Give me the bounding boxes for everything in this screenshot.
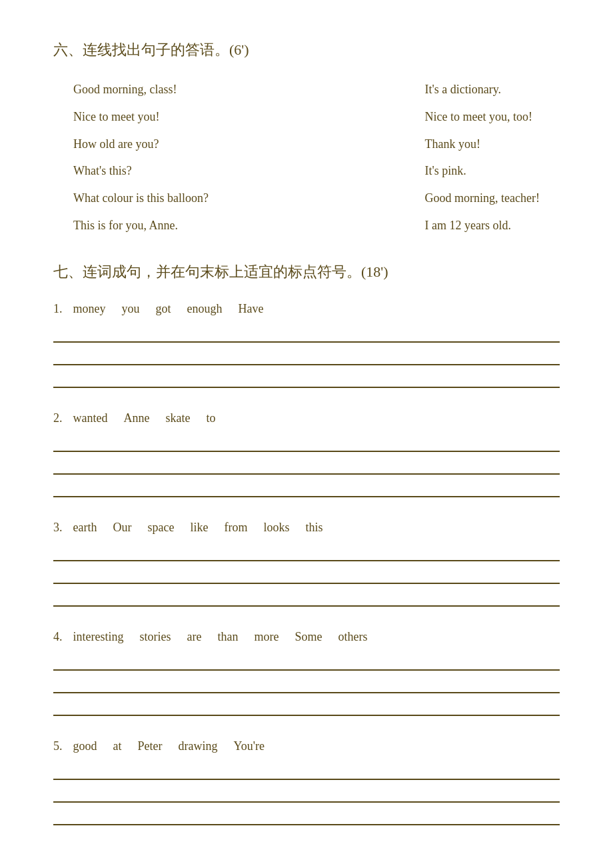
word-4-2: are	[187, 630, 201, 644]
word-4-6: others	[338, 630, 367, 644]
exercise-4: 4.interestingstoriesarethanmoreSomeother…	[53, 630, 560, 716]
match-left-item-4: What colour is this balloon?	[73, 189, 209, 208]
answer-line-3-2[interactable]	[53, 588, 560, 607]
word-3-1: Our	[113, 521, 131, 535]
answer-line-2-1[interactable]	[53, 456, 560, 475]
match-right-item-3: It's pink.	[425, 161, 540, 181]
match-left: Good morning, class!Nice to meet you!How…	[73, 80, 209, 235]
match-right-item-4: Good morning, teacher!	[425, 189, 540, 208]
answer-line-1-2[interactable]	[53, 369, 560, 388]
word-1-3: enough	[187, 302, 223, 316]
word-2-3: to	[206, 411, 215, 425]
match-left-item-5: This is for you, Anne.	[73, 216, 209, 235]
exercise-2: 2.wantedAnneskateto	[53, 411, 560, 497]
match-right: It's a dictionary.Nice to meet you, too!…	[425, 80, 540, 235]
exercise-number-3: 3.	[53, 521, 63, 535]
answer-lines-4	[53, 652, 560, 716]
answer-line-1-0[interactable]	[53, 324, 560, 343]
word-3-3: like	[190, 521, 208, 535]
answer-line-5-0[interactable]	[53, 761, 560, 780]
answer-line-2-0[interactable]	[53, 433, 560, 452]
word-5-1: at	[113, 739, 122, 753]
section7: 七、连词成句，并在句末标上适宜的标点符号。(18') 1.moneyyougot…	[53, 262, 560, 825]
answer-lines-1	[53, 324, 560, 388]
answer-line-3-0[interactable]	[53, 543, 560, 561]
words-row-2: 2.wantedAnneskateto	[53, 411, 560, 425]
word-5-3: drawing	[178, 739, 217, 753]
exercise-1: 1.moneyyougotenoughHave	[53, 302, 560, 388]
word-3-5: looks	[263, 521, 289, 535]
answer-lines-3	[53, 543, 560, 607]
exercises-container: 1.moneyyougotenoughHave2.wantedAnneskate…	[53, 302, 560, 825]
words-row-4: 4.interestingstoriesarethanmoreSomeother…	[53, 630, 560, 644]
match-right-item-0: It's a dictionary.	[425, 80, 540, 99]
section6-title: 六、连线找出句子的答语。(6')	[53, 40, 560, 60]
exercise-number-1: 1.	[53, 302, 63, 316]
word-1-2: got	[156, 302, 171, 316]
answer-line-2-2[interactable]	[53, 479, 560, 497]
word-1-1: you	[122, 302, 140, 316]
word-3-0: earth	[73, 521, 97, 535]
answer-lines-2	[53, 433, 560, 497]
word-5-2: Peter	[138, 739, 163, 753]
answer-line-4-1[interactable]	[53, 675, 560, 693]
exercise-number-2: 2.	[53, 411, 63, 425]
words-row-1: 1.moneyyougotenoughHave	[53, 302, 560, 316]
word-4-3: than	[217, 630, 238, 644]
word-4-5: Some	[295, 630, 322, 644]
word-2-0: wanted	[73, 411, 108, 425]
answer-line-4-0[interactable]	[53, 652, 560, 671]
word-4-0: interesting	[73, 630, 124, 644]
match-right-item-1: Nice to meet you, too!	[425, 107, 540, 127]
answer-line-3-1[interactable]	[53, 565, 560, 584]
word-1-0: money	[73, 302, 106, 316]
exercise-number-4: 4.	[53, 630, 63, 644]
match-left-item-1: Nice to meet you!	[73, 107, 209, 127]
section7-title: 七、连词成句，并在句末标上适宜的标点符号。(18')	[53, 262, 560, 282]
match-left-item-0: Good morning, class!	[73, 80, 209, 99]
match-right-item-5: I am 12 years old.	[425, 216, 540, 235]
word-2-2: skate	[165, 411, 190, 425]
word-5-4: You're	[233, 739, 264, 753]
answer-line-5-2[interactable]	[53, 807, 560, 825]
words-row-3: 3.earthOurspacelikefromlooksthis	[53, 521, 560, 535]
match-container: Good morning, class!Nice to meet you!How…	[53, 80, 560, 235]
answer-lines-5	[53, 761, 560, 825]
word-3-2: space	[147, 521, 174, 535]
match-left-item-2: How old are you?	[73, 135, 209, 154]
exercise-3: 3.earthOurspacelikefromlooksthis	[53, 521, 560, 607]
answer-line-5-1[interactable]	[53, 784, 560, 803]
exercise-number-5: 5.	[53, 739, 63, 753]
match-left-item-3: What's this?	[73, 161, 209, 181]
match-right-item-2: Thank you!	[425, 135, 540, 154]
word-4-4: more	[254, 630, 279, 644]
word-3-6: this	[305, 521, 322, 535]
word-2-1: Anne	[123, 411, 149, 425]
words-row-5: 5.goodatPeterdrawingYou're	[53, 739, 560, 753]
section6: 六、连线找出句子的答语。(6') Good morning, class!Nic…	[53, 40, 560, 235]
answer-line-4-2[interactable]	[53, 697, 560, 716]
word-1-4: Have	[239, 302, 264, 316]
answer-line-1-1[interactable]	[53, 347, 560, 365]
word-5-0: good	[73, 739, 97, 753]
word-4-1: stories	[139, 630, 171, 644]
exercise-5: 5.goodatPeterdrawingYou're	[53, 739, 560, 825]
word-3-4: from	[224, 521, 247, 535]
